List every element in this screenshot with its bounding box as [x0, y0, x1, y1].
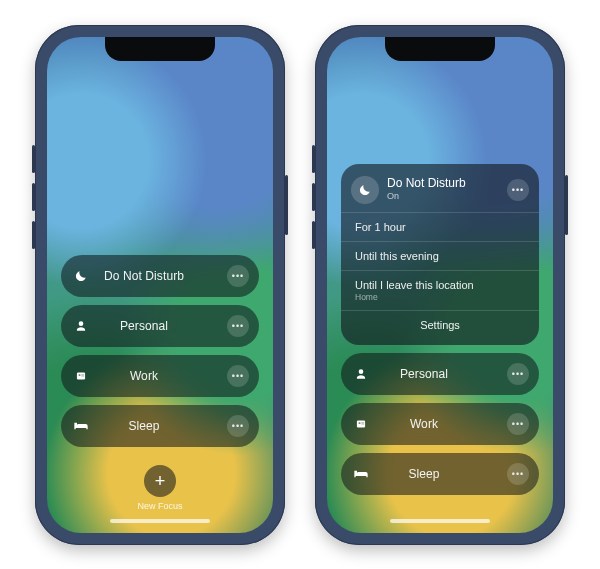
- focus-item-personal[interactable]: Personal •••: [341, 353, 539, 395]
- focus-expanded-card: Do Not Disturb On ••• For 1 hour Until t…: [341, 164, 539, 345]
- new-focus-button[interactable]: + New Focus: [137, 465, 182, 511]
- new-focus-label: New Focus: [137, 501, 182, 511]
- duration-option[interactable]: Until I leave this location Home: [341, 270, 539, 310]
- screen: Do Not Disturb ••• Personal •••: [47, 37, 273, 533]
- focus-panel: Do Not Disturb ••• Personal •••: [47, 37, 273, 533]
- more-button[interactable]: •••: [227, 315, 249, 337]
- home-indicator[interactable]: [390, 519, 490, 523]
- more-button[interactable]: •••: [507, 463, 529, 485]
- focus-item-label: Work: [61, 369, 227, 383]
- focus-item-sleep[interactable]: Sleep •••: [341, 453, 539, 495]
- notch: [385, 37, 495, 61]
- card-subtitle: On: [387, 192, 507, 202]
- more-button[interactable]: •••: [507, 413, 529, 435]
- settings-button[interactable]: Settings: [341, 310, 539, 339]
- more-button[interactable]: •••: [227, 415, 249, 437]
- stage: Do Not Disturb ••• Personal •••: [0, 0, 600, 569]
- focus-item-personal[interactable]: Personal •••: [61, 305, 259, 347]
- focus-panel: Do Not Disturb On ••• For 1 hour Until t…: [327, 37, 553, 533]
- more-button[interactable]: •••: [227, 265, 249, 287]
- focus-item-label: Sleep: [341, 467, 507, 481]
- focus-item-label: Personal: [341, 367, 507, 381]
- focus-item-work[interactable]: Work •••: [61, 355, 259, 397]
- focus-item-sleep[interactable]: Sleep •••: [61, 405, 259, 447]
- notch: [105, 37, 215, 61]
- moon-icon: [351, 176, 379, 204]
- card-header: Do Not Disturb On •••: [341, 174, 539, 212]
- focus-item-dnd[interactable]: Do Not Disturb •••: [61, 255, 259, 297]
- focus-item-label: Do Not Disturb: [61, 269, 227, 283]
- option-label: Until I leave this location: [355, 279, 474, 291]
- option-sublabel: Home: [355, 292, 525, 302]
- option-label: Until this evening: [355, 250, 439, 262]
- home-indicator[interactable]: [110, 519, 210, 523]
- focus-item-label: Sleep: [61, 419, 227, 433]
- duration-option[interactable]: Until this evening: [341, 241, 539, 270]
- more-button[interactable]: •••: [507, 363, 529, 385]
- plus-icon: +: [144, 465, 176, 497]
- card-title-box: Do Not Disturb On: [387, 177, 507, 201]
- screen: Do Not Disturb On ••• For 1 hour Until t…: [327, 37, 553, 533]
- focus-item-label: Personal: [61, 319, 227, 333]
- phone-left: Do Not Disturb ••• Personal •••: [35, 25, 285, 545]
- option-label: For 1 hour: [355, 221, 406, 233]
- focus-item-work[interactable]: Work •••: [341, 403, 539, 445]
- phone-right: Do Not Disturb On ••• For 1 hour Until t…: [315, 25, 565, 545]
- focus-list: Do Not Disturb ••• Personal •••: [61, 255, 259, 447]
- focus-item-label: Work: [341, 417, 507, 431]
- card-title: Do Not Disturb: [387, 177, 507, 190]
- focus-list: Do Not Disturb On ••• For 1 hour Until t…: [341, 164, 539, 495]
- duration-option[interactable]: For 1 hour: [341, 212, 539, 241]
- more-button[interactable]: •••: [227, 365, 249, 387]
- more-button[interactable]: •••: [507, 179, 529, 201]
